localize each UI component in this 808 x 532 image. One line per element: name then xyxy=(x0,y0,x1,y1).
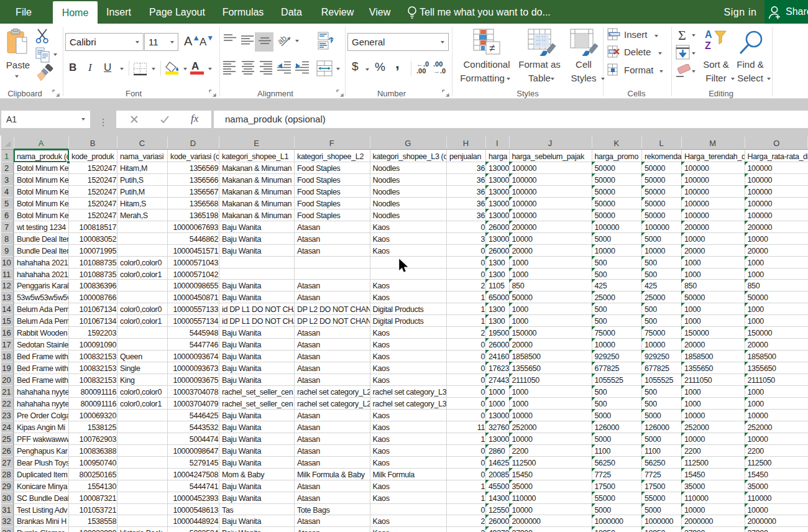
svg-text:≠: ≠ xyxy=(489,42,495,54)
svg-text:Z: Z xyxy=(705,40,711,51)
svg-text:A: A xyxy=(705,29,712,40)
